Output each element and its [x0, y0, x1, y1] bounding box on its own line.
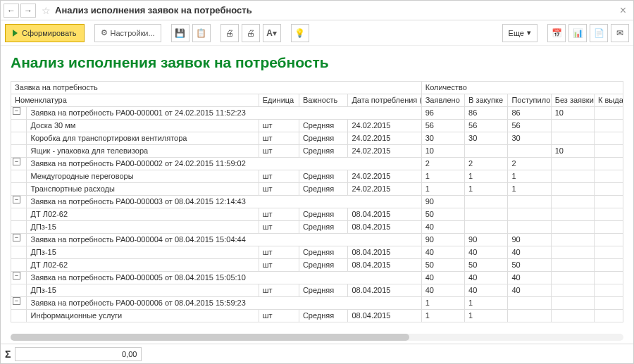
chart-button[interactable]: 📊	[568, 24, 587, 42]
cell-date: 24.02.2015	[348, 183, 421, 196]
cell-noreq	[551, 132, 594, 145]
help-button[interactable]: 💡	[291, 24, 309, 42]
cell-received: 90	[508, 234, 551, 246]
cell-declared: 1	[421, 183, 464, 196]
table-row[interactable]: Транспортные расходыштСредняя24.02.20151…	[11, 183, 623, 196]
group-row[interactable]: −Заявка на потребность РА00-000005 от 08…	[11, 272, 623, 284]
collapse-icon[interactable]: −	[13, 272, 20, 280]
group-row[interactable]: −Заявка на потребность РА00-000002 от 24…	[11, 158, 623, 170]
toolbar: Сформировать ⚙ Настройки... 💾 📋 🖨 🖨 A▾ 💡…	[1, 20, 633, 46]
collapse-icon[interactable]: −	[13, 158, 20, 165]
statusbar: Σ 0,00	[1, 344, 633, 363]
table-row[interactable]: ДПз-15штСредняя08.04.2015404040	[11, 284, 623, 297]
table-row[interactable]: ДПз-15штСредняя08.04.2015404040	[11, 246, 623, 259]
cell-imp: Средняя	[299, 132, 348, 145]
collapse-icon[interactable]: −	[13, 234, 20, 241]
header-received: Поступило	[508, 94, 551, 107]
font-button[interactable]: A▾	[263, 24, 281, 42]
cell-noreq	[551, 272, 594, 284]
cell-toissue	[595, 196, 623, 208]
cell-received: 56	[508, 120, 551, 132]
cell-toissue	[595, 170, 623, 183]
table-row[interactable]: ДТ Л02-62штСредняя08.04.201550	[11, 208, 623, 221]
window: ← → ☆ Анализ исполнения заявок на потреб…	[0, 0, 634, 364]
header-date: Дата потребления (план)	[348, 94, 421, 107]
table-row[interactable]: ДТ Л02-62штСредняя08.04.2015505050	[11, 259, 623, 272]
cell-unit: шт	[259, 183, 299, 196]
print-button[interactable]: 🖨	[220, 24, 239, 42]
settings-label: Настройки...	[111, 29, 155, 37]
cell-unit: шт	[259, 246, 299, 259]
cell-declared: 90	[421, 196, 464, 208]
cell-declared: 1	[421, 310, 464, 322]
cell-declared: 50	[421, 259, 464, 272]
favorite-star-icon[interactable]: ☆	[42, 5, 51, 16]
settings-button[interactable]: ⚙ Настройки...	[94, 24, 161, 42]
back-button[interactable]: ←	[4, 4, 19, 18]
print-preview-button[interactable]: 🖨	[242, 24, 260, 42]
cell-imp: Средняя	[299, 259, 348, 272]
cell-date: 08.04.2015	[348, 208, 421, 221]
cell-inpurch	[465, 145, 508, 158]
cell-inpurch: 40	[465, 246, 508, 259]
report-area[interactable]: Анализ исполнения заявок на потребность …	[1, 46, 633, 344]
export-button[interactable]: 📄	[590, 24, 608, 42]
cell-toissue	[595, 120, 623, 132]
group-row[interactable]: −Заявка на потребность РА00-000001 от 24…	[11, 107, 623, 120]
variant-save-button[interactable]: 💾	[171, 24, 189, 42]
cell-inpurch: 2	[465, 158, 508, 170]
collapse-icon[interactable]: −	[13, 196, 20, 203]
cell-received	[508, 208, 551, 221]
cell-imp: Средняя	[299, 284, 348, 297]
collapse-icon[interactable]: −	[13, 107, 20, 115]
table-row[interactable]: ДПз-15штСредняя08.04.201540	[11, 221, 623, 234]
cell-noreq: 10	[551, 107, 594, 120]
cell-received: 40	[508, 246, 551, 259]
form-report-button[interactable]: Сформировать	[5, 24, 85, 42]
cell-unit: шт	[259, 170, 299, 183]
collapse-icon[interactable]: −	[13, 297, 20, 305]
cell-nom: ДПз-15	[27, 246, 259, 259]
cell-toissue	[595, 297, 623, 310]
group-title: Заявка на потребность РА00-000006 от 08.…	[27, 297, 421, 310]
cell-toissue	[595, 284, 623, 297]
horizontal-scrollbar[interactable]	[11, 334, 623, 341]
close-button[interactable]: ×	[616, 4, 630, 17]
variant-select-button[interactable]: 📋	[192, 24, 211, 42]
table-row[interactable]: Коробка для транспортировки вентилятораш…	[11, 132, 623, 145]
more-button[interactable]: Еще ▾	[502, 24, 537, 42]
cell-imp: Средняя	[299, 208, 348, 221]
table-row[interactable]: Информационные услугиштСредняя08.04.2015…	[11, 310, 623, 322]
sum-field[interactable]: 0,00	[15, 347, 142, 361]
cell-declared: 10	[421, 145, 464, 158]
group-row[interactable]: −Заявка на потребность РА00-000003 от 08…	[11, 196, 623, 208]
group-row[interactable]: −Заявка на потребность РА00-000006 от 08…	[11, 297, 623, 310]
table-row[interactable]: Доска 30 ммштСредняя24.02.2015565656	[11, 120, 623, 132]
mail-button[interactable]: ✉	[611, 24, 629, 42]
group-row[interactable]: −Заявка на потребность РА00-000004 от 08…	[11, 234, 623, 246]
scrollbar-thumb[interactable]	[11, 334, 409, 341]
cell-noreq	[551, 120, 594, 132]
header-imp: Важность	[299, 94, 348, 107]
table-row[interactable]: Междугородные переговорыштСредняя24.02.2…	[11, 170, 623, 183]
cell-declared: 40	[421, 272, 464, 284]
cell-date: 08.04.2015	[348, 259, 421, 272]
period-button[interactable]: 📅	[547, 24, 566, 42]
cell-date: 08.04.2015	[348, 246, 421, 259]
sum-value: 0,00	[122, 350, 137, 358]
group-title: Заявка на потребность РА00-000005 от 08.…	[27, 272, 421, 284]
cell-date: 24.02.2015	[348, 170, 421, 183]
forward-button[interactable]: →	[20, 4, 36, 18]
cell-received	[508, 310, 551, 322]
cell-inpurch: 86	[465, 107, 508, 120]
table-row[interactable]: Ящик - упаковка для телевизораштСредняя2…	[11, 145, 623, 158]
cell-toissue	[595, 145, 623, 158]
cell-imp: Средняя	[299, 246, 348, 259]
cell-toissue	[595, 183, 623, 196]
cell-unit: шт	[259, 310, 299, 322]
play-icon	[13, 30, 18, 37]
cell-nom: Доска 30 мм	[27, 120, 259, 132]
window-title: Анализ исполнения заявок на потребность	[55, 5, 252, 15]
cell-toissue	[595, 158, 623, 170]
cell-toissue	[595, 310, 623, 322]
